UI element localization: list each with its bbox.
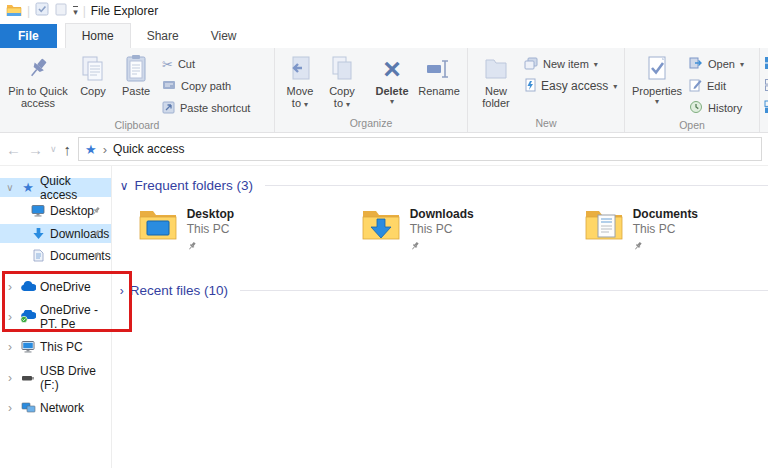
select-none-icon	[764, 78, 768, 94]
onedrive-cloud-icon	[20, 281, 36, 292]
chevron-down-icon[interactable]: ∨	[120, 179, 129, 193]
recent-files-header[interactable]: › Recent files (10)	[120, 283, 768, 298]
titlebar: | ▾ | File Explorer	[0, 0, 768, 22]
chevron-right-icon[interactable]: ›	[4, 280, 16, 294]
sidebar-item-onedrive[interactable]: › OneDrive	[0, 277, 111, 296]
navigation-pane: ∨ ★ Quick access Desktop Downloads	[0, 166, 112, 468]
sidebar-item-quick-access[interactable]: ∨ ★ Quick access	[0, 178, 111, 197]
sidebar-item-this-pc[interactable]: › This PC	[0, 337, 111, 356]
copy-path-icon	[162, 79, 176, 93]
copy-path-button[interactable]: Copy path	[162, 76, 270, 96]
properties-button[interactable]: Properties ▾	[629, 51, 685, 108]
copy-to-button[interactable]: Copy to ▾	[321, 51, 363, 113]
titlebar-separator: |	[27, 4, 30, 18]
files-panel: ∨ Frequent folders (3) Desktop This PC	[112, 166, 768, 468]
new-folder-button[interactable]: New folder	[472, 51, 520, 111]
invert-selection-icon	[764, 100, 768, 116]
qat-properties-icon[interactable]	[35, 2, 49, 20]
network-icon	[20, 402, 36, 414]
ribbon-group-new: New folder New item ▾ Easy acce	[468, 48, 625, 132]
open-icon	[689, 57, 703, 72]
pin-to-quick-access-button[interactable]: Pin to Quick access	[4, 51, 72, 111]
history-button[interactable]: History	[689, 98, 755, 118]
sidebar-item-network[interactable]: › Network	[0, 398, 111, 417]
group-label-select: Select	[764, 118, 768, 134]
desktop-icon	[30, 204, 46, 217]
chevron-right-icon[interactable]: ›	[4, 310, 16, 324]
up-button[interactable]: ↑	[64, 141, 72, 158]
quick-access-star-icon: ★	[20, 180, 36, 195]
frequent-folders-header[interactable]: ∨ Frequent folders (3)	[120, 178, 768, 193]
delete-button[interactable]: × Delete ▾	[369, 51, 415, 108]
rename-button[interactable]: Rename	[415, 51, 463, 99]
tab-share[interactable]: Share	[131, 24, 195, 48]
ribbon: Pin to Quick access Copy Paste ✂	[0, 48, 768, 133]
file-explorer-window: | ▾ | File Explorer File Home Share View…	[0, 0, 768, 468]
paste-shortcut-button[interactable]: Paste shortcut	[162, 98, 270, 118]
sidebar-item-onedrive-business[interactable]: › OneDrive - PT. Pe	[0, 307, 111, 326]
breadcrumb-location[interactable]: Quick access	[113, 142, 184, 156]
edit-icon	[689, 78, 702, 94]
downloads-icon	[30, 227, 46, 240]
pin-icon	[91, 228, 101, 242]
sidebar-item-downloads[interactable]: Downloads	[0, 224, 111, 243]
new-item-icon	[524, 57, 538, 72]
chevron-right-icon[interactable]: ›	[4, 401, 16, 415]
move-to-icon	[288, 53, 312, 85]
sidebar-item-desktop[interactable]: Desktop	[0, 201, 111, 220]
this-pc-icon	[20, 340, 36, 353]
usb-drive-icon	[20, 374, 36, 382]
chevron-down-icon[interactable]: ∨	[4, 182, 16, 193]
group-label-organize: Organize	[279, 116, 463, 132]
address-bar: ← → ∨ ↑ ★ › Quick access	[0, 133, 768, 166]
qat-new-folder-icon[interactable]	[54, 2, 68, 20]
tab-view[interactable]: View	[195, 24, 253, 48]
edit-button[interactable]: Edit	[689, 76, 755, 96]
address-input[interactable]: ★ › Quick access	[78, 137, 762, 161]
forward-button[interactable]: →	[28, 141, 43, 158]
chevron-right-icon[interactable]: ›	[120, 284, 124, 298]
sidebar-item-documents[interactable]: Documents	[0, 246, 111, 265]
onedrive-synced-cloud-icon	[20, 310, 36, 323]
cut-icon: ✂	[162, 57, 173, 72]
recent-locations-caret[interactable]: ∨	[50, 144, 57, 154]
back-button[interactable]: ←	[6, 141, 21, 158]
tab-home[interactable]: Home	[65, 23, 131, 48]
pin-icon	[91, 205, 101, 219]
chevron-right-icon[interactable]: ›	[4, 340, 16, 354]
ribbon-group-open: Properties ▾ Open ▾ E	[625, 48, 760, 132]
folder-tile-downloads[interactable]: Downloads This PC	[361, 207, 584, 255]
downloads-folder-icon	[361, 207, 401, 245]
folder-tile-desktop[interactable]: Desktop This PC	[138, 207, 361, 255]
invert-selection-button[interactable]: Invert selection	[764, 98, 768, 118]
open-button[interactable]: Open ▾	[689, 54, 755, 74]
tab-file[interactable]: File	[0, 24, 57, 48]
chevron-right-icon[interactable]: ›	[4, 371, 16, 385]
move-to-button[interactable]: Move to ▾	[279, 51, 321, 113]
dropdown-caret-icon: ▾	[740, 60, 744, 69]
paste-button[interactable]: Paste	[114, 51, 158, 99]
rename-icon	[425, 53, 453, 85]
dropdown-caret-icon: ▾	[594, 60, 598, 69]
copy-to-icon	[330, 53, 354, 85]
pin-icon	[187, 237, 197, 254]
pin-icon	[91, 250, 101, 264]
group-label-open: Open	[629, 118, 755, 134]
sidebar-item-usb-drive[interactable]: › USB Drive (F:)	[0, 368, 111, 387]
cut-button[interactable]: ✂ Cut	[162, 54, 270, 74]
folder-tile-documents[interactable]: Documents This PC	[584, 207, 768, 255]
new-item-button[interactable]: New item ▾	[524, 54, 620, 74]
qat-customize-icon[interactable]: ▾	[73, 6, 78, 16]
select-none-button[interactable]: Select none	[764, 76, 768, 96]
copy-button[interactable]: Copy	[72, 51, 114, 99]
select-all-button[interactable]: Select all	[764, 54, 768, 74]
properties-icon	[646, 53, 668, 85]
copy-icon	[80, 53, 106, 85]
dropdown-caret-icon: ▾	[390, 97, 394, 106]
desktop-folder-icon	[138, 207, 178, 245]
delete-icon: ×	[383, 56, 401, 82]
section-title: Recent files (10)	[130, 283, 228, 298]
window-title: File Explorer	[91, 4, 158, 18]
section-rule	[265, 185, 768, 186]
easy-access-button[interactable]: Easy access ▾	[524, 76, 620, 96]
